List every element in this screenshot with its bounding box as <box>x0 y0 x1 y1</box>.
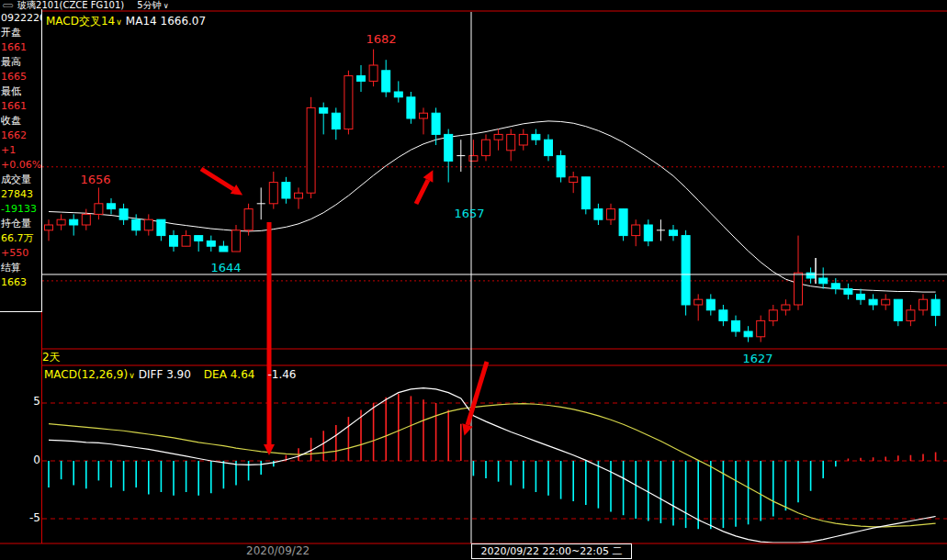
sidebar-line: 1661 <box>0 40 41 55</box>
chevron-down-icon[interactable]: ∨ <box>163 2 169 10</box>
title-bar: ⊂⊃玻璃2101(CZCE FG101)5分钟∨ <box>2 0 168 11</box>
macd-axis-tick-neg5: -5 <box>22 511 40 524</box>
period-selector[interactable]: 5分钟 <box>137 0 161 10</box>
ma-value-label: MA14 1666.07 <box>126 15 206 28</box>
sidebar-line: 最低 <box>0 84 41 99</box>
price-annotation: 1682 <box>366 32 396 46</box>
dea-value-label: DEA 4.64 <box>204 368 255 381</box>
indicator-label-row: MACD交叉14∨MA14 1666.07 <box>46 14 206 29</box>
indicator-selector[interactable]: MACD交叉14 <box>46 15 115 28</box>
sidebar-line: 成交量 <box>0 173 41 187</box>
price-annotation: 1656 <box>80 173 110 186</box>
price-annotation: 1644 <box>210 261 241 274</box>
price-chart[interactable]: 16821656164416571627 <box>0 0 947 560</box>
macd-label-row: MACD(12,26,9)∨DIFF 3.90DEA 4.64-1.46 <box>44 368 310 381</box>
sidebar-line: +0.06% <box>0 158 41 173</box>
macd-axis-tick-5: 5 <box>22 395 40 408</box>
macd-axis-tick-0: 0 <box>22 454 40 466</box>
sidebar-line: 1662 <box>0 129 41 143</box>
sidebar-line: 27843 <box>0 187 41 202</box>
sidebar-line: 结算 <box>0 261 41 275</box>
sidebar-line: 1665 <box>0 70 41 84</box>
hist-value-label: -1.46 <box>267 368 296 381</box>
crosshair-time-box: 2020/09/22 22:00~22:05 二 <box>471 543 632 559</box>
trading-terminal-window: 16821656164416571627 ⊂⊃玻璃2101(CZCE FG101… <box>0 0 947 560</box>
sidebar-line: +550 <box>0 246 41 261</box>
macd-indicator-selector[interactable]: MACD(12,26,9) <box>44 368 128 381</box>
sidebar-line: -19133 <box>0 202 41 217</box>
sidebar-line: 1661 <box>0 99 41 114</box>
range-label[interactable]: 2天 <box>42 350 61 365</box>
sidebar-line: 1663 <box>0 275 41 290</box>
sidebar-line: +1 <box>0 143 41 158</box>
sidebar-line: 开盘 <box>0 26 41 40</box>
price-annotation: 1657 <box>454 207 484 220</box>
quote-sidebar: 09222200开盘1661最高1665最低1661收盘1662+1+0.06%… <box>0 9 42 312</box>
link-icon: ⊂⊃ <box>2 1 12 10</box>
sidebar-line: 收盘 <box>0 114 41 129</box>
chevron-down-icon[interactable]: ∨ <box>129 371 135 380</box>
instrument-title[interactable]: 玻璃2101(CZCE FG101) <box>17 0 124 10</box>
sidebar-line: 持仓量 <box>0 217 41 231</box>
diff-value-label: DIFF 3.90 <box>139 368 191 381</box>
chevron-down-icon[interactable]: ∨ <box>116 17 122 27</box>
sidebar-line: 09222200 <box>0 11 41 26</box>
time-axis-date: 2020/09/22 <box>246 544 310 557</box>
sidebar-line: 66.7万 <box>0 231 41 246</box>
sidebar-line: 最高 <box>0 55 41 70</box>
price-annotation: 1627 <box>742 352 772 365</box>
